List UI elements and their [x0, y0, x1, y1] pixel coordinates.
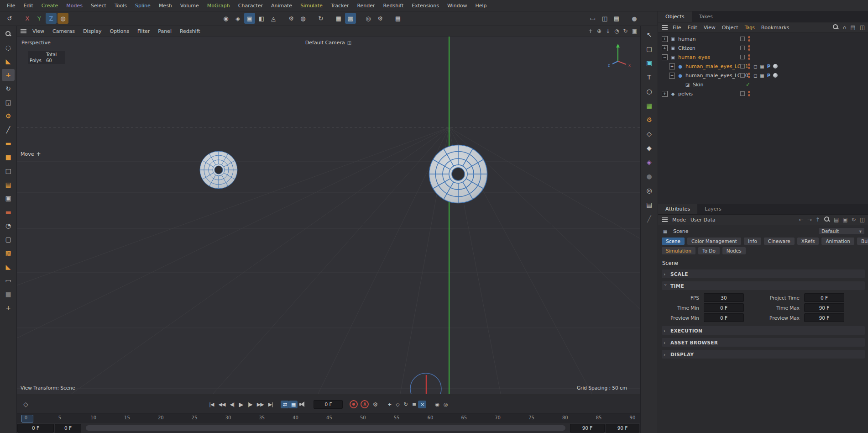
coordinate-system-icon[interactable]: ◍ — [58, 13, 68, 24]
menu-file[interactable]: File — [3, 3, 19, 9]
om-menu-tags[interactable]: Tags — [742, 25, 758, 30]
expander-icon[interactable]: + — [669, 63, 675, 69]
texture-tag-icon[interactable]: ▦ — [760, 73, 764, 78]
next-frame-button[interactable]: |▶ — [246, 401, 255, 408]
menu-simulate[interactable]: Simulate — [296, 3, 327, 9]
new-window-icon[interactable]: ◫ — [860, 216, 865, 223]
tree-row-skin[interactable]: ◪ Skin ✓ — [658, 80, 868, 89]
search-icon[interactable] — [824, 216, 830, 224]
zoom-view-icon[interactable]: ⊕ — [597, 28, 601, 34]
viewport-menu-icon[interactable] — [21, 29, 26, 34]
section-execution[interactable]: › EXECUTION — [662, 326, 865, 335]
cube-icon[interactable]: ▣ — [643, 58, 655, 68]
viewport[interactable]: Perspective Default Camera ◫ Total Polys… — [17, 37, 640, 394]
phong-tag-icon[interactable]: P — [767, 73, 770, 78]
object-label[interactable]: human — [678, 36, 695, 42]
next-key-button[interactable]: ▶▶ — [255, 401, 266, 408]
goto-end-button[interactable]: ▶| — [266, 401, 275, 408]
camera-icon[interactable]: ◎ — [643, 185, 655, 195]
knife-tool-icon[interactable]: ╱ — [2, 124, 15, 136]
viewport-menu-panel[interactable]: Panel — [154, 28, 176, 34]
tool-icon[interactable]: ▣ — [2, 192, 15, 204]
simulate-toolbar-icon[interactable]: ◉ — [220, 13, 231, 24]
search-icon[interactable] — [832, 24, 839, 32]
tweak-tool-icon[interactable]: ⚙ — [2, 110, 15, 122]
om-menu-edit[interactable]: Edit — [684, 25, 700, 31]
object-label[interactable]: human_eyes — [678, 54, 710, 60]
hexagon-icon[interactable]: ◇ — [643, 129, 655, 139]
attr-tab-todo[interactable]: To Do — [698, 247, 720, 254]
keying-settings-gear-icon[interactable]: ⚙ — [370, 400, 380, 409]
viewport-menu-cameras[interactable]: Cameras — [48, 28, 79, 34]
display-tag-icon[interactable]: ◻ — [753, 64, 757, 69]
menu-tools[interactable]: Tools — [110, 3, 131, 9]
refresh-icon[interactable]: ↻ — [852, 216, 856, 223]
range-slider-track[interactable] — [86, 425, 565, 431]
menu-extensions[interactable]: Extensions — [408, 3, 443, 9]
render-view-icon[interactable]: ▭ — [587, 13, 598, 24]
tree-row-eyes-lod0[interactable]: − ● human_male_eyes_LOD0 ◻ ▦ P — [658, 71, 868, 80]
zoom-tool-icon[interactable] — [2, 28, 15, 40]
character-toolbar-icon[interactable]: ⚙ — [286, 13, 297, 24]
scale-tool-icon[interactable]: ◲ — [2, 96, 15, 108]
tool-icon[interactable]: ▤ — [2, 179, 15, 190]
menu-spline[interactable]: Spline — [131, 3, 155, 9]
layer-color-box[interactable] — [740, 91, 745, 96]
menu-edit[interactable]: Edit — [19, 3, 37, 9]
layer-color-box[interactable] — [740, 37, 745, 41]
filter-icon[interactable]: ▤ — [834, 216, 839, 223]
play-button[interactable]: ▶ — [237, 400, 246, 409]
polygon-icon[interactable]: ◆ — [643, 143, 655, 153]
move-mode-icon[interactable]: ↖ — [643, 30, 655, 40]
section-asset-browser[interactable]: › ASSET BROWSER — [662, 338, 865, 347]
tool-icon[interactable]: ▭ — [2, 275, 15, 286]
record-position-toggle-icon[interactable]: + — [385, 401, 393, 408]
tool-icon[interactable]: ◣ — [2, 261, 15, 273]
menu-window[interactable]: Window — [443, 3, 471, 9]
attr-tab-xrefs[interactable]: XRefs — [797, 238, 819, 245]
rotate-gear-icon[interactable]: ↻ — [315, 13, 326, 24]
material-sphere-icon[interactable] — [773, 73, 778, 78]
object-label[interactable]: Citizen — [678, 45, 695, 51]
autokey-button[interactable]: A — [361, 400, 369, 408]
polygon-pen-tool-icon[interactable]: ◣ — [2, 55, 15, 67]
axis-tool-icon[interactable]: + — [2, 302, 15, 314]
tool-icon[interactable]: ▢ — [2, 233, 15, 245]
expander-icon[interactable]: + — [662, 91, 668, 97]
visibility-dots[interactable] — [748, 45, 750, 51]
render-picture-viewer-icon[interactable]: ◫ — [599, 13, 610, 24]
grid-snap-icon[interactable]: ▦ — [333, 13, 344, 24]
record-keyframe-button[interactable] — [350, 400, 358, 408]
history-icon[interactable]: ◔ — [614, 28, 619, 34]
visibility-dots[interactable] — [748, 63, 750, 69]
loop-toggle-icon[interactable]: ⇄ — [281, 401, 289, 408]
layer-color-box[interactable] — [740, 46, 745, 50]
simulate-toolbar-icon[interactable]: ◧ — [256, 13, 267, 24]
eye-mesh-object-large[interactable] — [429, 145, 487, 203]
record-parameter-toggle-icon[interactable]: ≡ — [410, 401, 418, 408]
new-window-icon[interactable]: ◫ — [860, 24, 865, 31]
deformer-icon[interactable]: ◈ — [643, 157, 655, 167]
timeline-ruler[interactable]: 0 5 10 15 20 25 30 35 40 45 50 55 60 65 … — [17, 413, 640, 423]
home-icon[interactable]: ⌂ — [843, 24, 847, 31]
viewport-menu-filter[interactable]: Filter — [133, 28, 154, 34]
tool-icon[interactable]: ▩ — [2, 247, 15, 259]
tool-icon[interactable]: ■ — [2, 288, 15, 300]
playback-mode-toggle-icon[interactable]: ▦ — [289, 401, 298, 408]
expander-icon[interactable]: − — [662, 54, 668, 60]
axis-lock-y-button[interactable]: Y — [34, 13, 45, 24]
simulate-toolbar-icon[interactable]: ◬ — [268, 13, 279, 24]
move-tool-icon[interactable]: + — [2, 69, 15, 81]
tree-row-human-eyes[interactable]: − ▣ human_eyes — [658, 53, 868, 62]
tree-row-eyes-lod1[interactable]: + ● human_male_eyes_LOD1 ◻ ▦ P — [658, 62, 868, 71]
goto-start-button[interactable]: |◀ — [207, 401, 216, 408]
settings-gear-icon[interactable]: ◍ — [298, 13, 309, 24]
texture-tag-icon[interactable]: ▦ — [760, 64, 764, 69]
tool-icon[interactable]: ◔ — [2, 220, 15, 232]
menu-animate[interactable]: Animate — [267, 3, 296, 9]
camera-settings-icon[interactable]: ▤ — [392, 13, 403, 24]
tool-icon[interactable]: ▬ — [2, 137, 15, 149]
material-sphere-icon[interactable] — [773, 64, 778, 69]
pen-icon[interactable]: ╱ — [643, 214, 655, 224]
object-label[interactable]: human_male_eyes_LOD0 — [685, 73, 748, 79]
